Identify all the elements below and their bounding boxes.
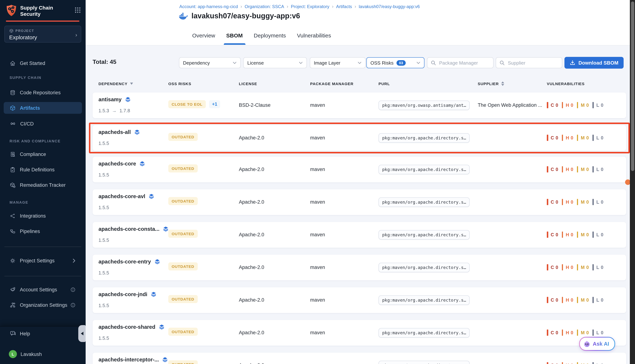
table-row-apacheds-interceptor[interactable]: apacheds-interceptor-...1.5.5OUTDATEDApa…: [93, 352, 626, 364]
sidebar-collapse-handle[interactable]: [78, 325, 86, 342]
tab-deployments[interactable]: Deployments: [254, 31, 286, 45]
purl-chip[interactable]: pkg:maven/org.apache.directory.s…: [378, 198, 470, 207]
purl-chip[interactable]: pkg:maven/org.apache.directory.s…: [378, 263, 470, 272]
sidebar-item-label: Code Repositories: [20, 90, 61, 95]
license-filter[interactable]: License: [243, 57, 307, 68]
table-row-apacheds-core[interactable]: apacheds-core1.5.5OUTDATEDApache-2.0mave…: [93, 157, 626, 182]
vulnerability-count-low: L0: [592, 232, 607, 238]
dependency-name: apacheds-core-consta...: [98, 226, 169, 232]
purl-cell: pkg:maven/org.apache.directory.s…: [378, 230, 470, 240]
tab-vulnerabilities[interactable]: Vulnerabilities: [297, 31, 331, 45]
table-row-antisamy[interactable]: antisamy1.5.3 → 1.7.8CLOSE TO EOL+1BSD-2…: [93, 92, 626, 118]
scrollbar-thumb[interactable]: [631, 2, 634, 171]
table-row-apacheds-core-jndi[interactable]: apacheds-core-jndi1.5.5OUTDATEDApache-2.…: [93, 287, 626, 313]
search-icon: [431, 60, 436, 66]
sidebar-item-project-settings[interactable]: Project Settings: [4, 255, 82, 266]
vulnerability-count-high: H0: [562, 264, 577, 270]
sidebar-item-pipelines[interactable]: Pipelines: [4, 225, 82, 237]
svg-text:?: ?: [12, 332, 13, 334]
vulnerability-count-low: L0: [592, 264, 607, 270]
sidebar-item-integrations[interactable]: Integrations: [4, 210, 82, 222]
vulnerability-count-medium: M0: [577, 135, 592, 141]
sidebar-item-code-repositories[interactable]: Code Repositories: [4, 86, 82, 98]
purl-chip[interactable]: pkg:maven/org.owasp.antisamy/ant…: [378, 100, 470, 110]
sidebar-item-rule-definitions[interactable]: Rule Definitions: [4, 164, 82, 176]
vulnerabilities-cell: C0H0M0L0: [547, 199, 607, 205]
purl-chip[interactable]: pkg:maven/org.apache.directory.s…: [378, 133, 470, 143]
tab-sbom[interactable]: SBOM: [226, 31, 243, 45]
sidebar-item-organization-settings[interactable]: Organization Settings: [4, 299, 82, 311]
vulnerabilities-cell: C0H0M0L0: [547, 362, 607, 364]
column-header-dependency[interactable]: DEPENDENCY: [98, 82, 133, 86]
table-row-apacheds-core-entry[interactable]: apacheds-core-entry1.5.5OUTDATEDApache-2…: [93, 255, 626, 280]
sidebar-item-label: Remediation Tracker: [20, 182, 66, 188]
layers-blue-icon: [163, 226, 169, 232]
app-launcher-grid-icon[interactable]: [74, 4, 81, 14]
sidebar-item-remediation-tracker[interactable]: Remediation Tracker: [4, 179, 82, 191]
purl-chip[interactable]: pkg:maven/org.apache.directory.s…: [378, 361, 470, 364]
compliance-icon: [10, 151, 16, 157]
sidebar-item-ci-cd[interactable]: CI/CD: [4, 118, 82, 130]
vulnerability-count-medium: M0: [577, 102, 592, 108]
breadcrumb-link-2[interactable]: Project: Exploratory: [291, 4, 329, 9]
table-row-apacheds-core-consta[interactable]: apacheds-core-consta...1.5.5OUTDATEDApac…: [93, 222, 626, 248]
breadcrumb-separator: ›: [241, 4, 242, 9]
dependency-filter[interactable]: Dependency: [179, 57, 241, 68]
breadcrumb-link-4[interactable]: lavakush07/easy-buggy-app:v6: [359, 4, 420, 9]
dependency-version: 1.5.5: [98, 303, 109, 308]
ask-ai-button[interactable]: Ask AI: [579, 337, 615, 351]
package-manager-search: [427, 57, 494, 68]
dependency-name: apacheds-core-jndi: [98, 291, 156, 297]
risk-badge: OUTDATED: [168, 133, 197, 141]
sidebar-item-label: Get Started: [20, 60, 45, 66]
project-selector[interactable]: PROJECT Exploratory ›: [5, 26, 81, 42]
vulnerability-count-medium: M0: [577, 362, 592, 364]
download-sbom-button[interactable]: Download SBOM: [564, 57, 623, 68]
breadcrumb-link-1[interactable]: Organization: SSCA: [245, 4, 284, 9]
vulnerability-count-high: H0: [562, 232, 577, 238]
oss-risk-badges: OUTDATED: [168, 328, 201, 336]
download-sbom-label: Download SBOM: [578, 60, 618, 66]
vulnerability-count-medium: M0: [577, 199, 592, 205]
tab-overview[interactable]: Overview: [192, 31, 215, 45]
supply-chain-security-logo-icon: [6, 4, 17, 16]
vulnerabilities-cell: C0H0M0L0: [547, 166, 607, 172]
sidebar-item-artifacts[interactable]: Artifacts: [4, 102, 82, 114]
purl-chip[interactable]: pkg:maven/org.apache.directory.s…: [378, 328, 470, 338]
sidebar-item-account-settings[interactable]: Account Settings: [4, 284, 82, 296]
vulnerability-count-high: H0: [562, 135, 577, 141]
risk-badge[interactable]: +1: [209, 100, 220, 108]
purl-cell: pkg:maven/org.apache.directory.s…: [378, 361, 470, 364]
purl-chip[interactable]: pkg:maven/org.apache.directory.s…: [378, 296, 470, 305]
oss-risk-badges: OUTDATED: [168, 164, 201, 172]
column-header-supplier[interactable]: SUPPLIER: [478, 82, 504, 86]
package-manager-cell: maven: [310, 297, 325, 303]
sort-icon[interactable]: [501, 82, 504, 86]
breadcrumb-link-3[interactable]: Artifacts: [336, 4, 352, 9]
image-layer-filter[interactable]: Image Layer: [310, 57, 366, 68]
sbom-table: antisamy1.5.3 → 1.7.8CLOSE TO EOL+1BSD-2…: [93, 92, 626, 364]
breadcrumb-link-0[interactable]: Account: app-harness-ng-cicd: [179, 4, 238, 9]
oss-risk-badges: OUTDATED: [168, 262, 201, 270]
package-manager-search-input[interactable]: [439, 58, 492, 68]
table-row-apacheds-core-shared[interactable]: apacheds-core-shared1.5.5OUTDATEDApache-…: [93, 320, 626, 346]
oss-risks-filter[interactable]: OSS Risks 03: [366, 57, 425, 68]
help-button[interactable]: ? Help: [10, 330, 30, 337]
oss-risk-badges: OUTDATED: [168, 197, 201, 205]
sidebar-item-get-started[interactable]: Get Started: [4, 57, 82, 69]
risk-badge: OUTDATED: [168, 295, 197, 303]
dependency-version: 1.5.5: [98, 205, 109, 210]
vulnerability-count-low: L0: [592, 102, 607, 108]
package-manager-cell: maven: [310, 362, 325, 364]
sidebar-item-compliance[interactable]: Compliance: [4, 148, 82, 160]
sidebar-item-label: Project Settings: [20, 258, 55, 263]
purl-chip[interactable]: pkg:maven/org.apache.directory.s…: [378, 165, 470, 174]
oss-risk-badges: OUTDATED: [168, 295, 201, 303]
table-row-apacheds-core-avl[interactable]: apacheds-core-avl1.5.5OUTDATEDApache-2.0…: [93, 189, 626, 215]
layers-blue-icon: [159, 324, 164, 330]
purl-chip[interactable]: pkg:maven/org.apache.directory.s…: [378, 230, 470, 240]
table-row-apacheds-all[interactable]: apacheds-all1.5.5OUTDATEDApache-2.0maven…: [93, 125, 626, 151]
user-menu[interactable]: L Lavakush: [9, 350, 42, 358]
supplier-search-input[interactable]: [507, 58, 560, 68]
sort-desc-icon[interactable]: [130, 82, 133, 85]
